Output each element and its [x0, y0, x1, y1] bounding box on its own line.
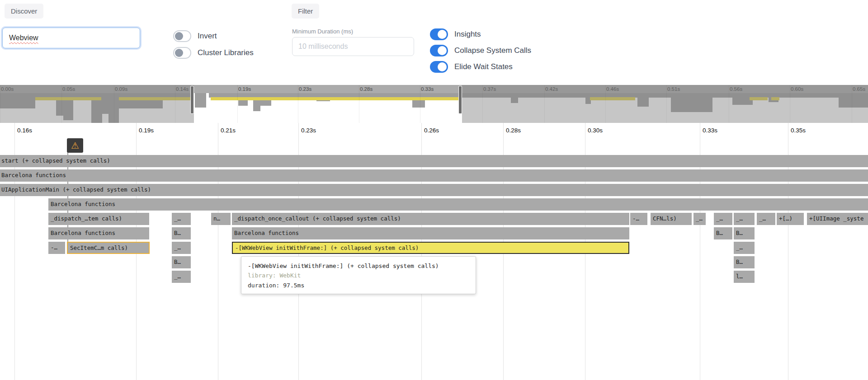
- collapse-system-calls-toggle[interactable]: [430, 45, 448, 56]
- flame-bar[interactable]: -…: [48, 242, 65, 254]
- axis-tick-label: 0.16s: [17, 127, 32, 134]
- axis-tick-label: 0.26s: [424, 127, 439, 134]
- axis-tick-label: 0.19s: [139, 127, 154, 134]
- flame-bar[interactable]: _…: [693, 213, 706, 225]
- minimap-gridline: [298, 85, 298, 123]
- flame-bar[interactable]: B…: [172, 256, 191, 268]
- cluster-libraries-toggle-label: Cluster Libraries: [198, 48, 254, 57]
- profiler-app: Discover Webview Invert Cluster Librarie…: [0, 0, 868, 380]
- minimap-highlight-stripe: [211, 97, 459, 100]
- cluster-libraries-toggle-row: Cluster Libraries: [173, 47, 254, 59]
- minimap-flame-block: [195, 93, 206, 108]
- flame-bar[interactable]: +[UIImage _syste: [807, 213, 868, 225]
- toggle-knob: [438, 62, 447, 71]
- tooltip-title: -[WKWebView initWithFrame:] (+ collapsed…: [248, 261, 469, 271]
- flame-bar-highlighted[interactable]: -[WKWebView initWithFrame:] (+ collapsed…: [232, 242, 629, 254]
- cluster-libraries-toggle[interactable]: [173, 47, 191, 59]
- minimap-gridline: [359, 85, 359, 123]
- flame-bar-selected[interactable]: SecItemC…m calls): [67, 242, 150, 254]
- toggle-knob: [175, 49, 183, 57]
- selection-handle-left[interactable]: [190, 86, 194, 114]
- minimap-tick-label: 0.23s: [299, 86, 311, 92]
- filter-chip-text: Filter: [298, 7, 313, 15]
- insights-toggle-row: Insights: [430, 28, 481, 40]
- warning-marker-icon[interactable]: ⚠: [67, 138, 83, 153]
- invert-toggle-label: Invert: [198, 32, 217, 41]
- flame-bar[interactable]: _…: [172, 213, 191, 225]
- flame-bar[interactable]: l…: [734, 271, 755, 283]
- discover-chip-text: Discover: [11, 7, 37, 15]
- flame-bar[interactable]: B…: [734, 256, 755, 268]
- minimap-unselected-overlay: [0, 85, 194, 123]
- min-duration-label: Minimum Duration (ms): [292, 28, 353, 35]
- flame-bar[interactable]: B…: [172, 227, 191, 239]
- insights-toggle-label: Insights: [454, 30, 481, 39]
- invert-toggle[interactable]: [173, 30, 191, 42]
- flame-bar[interactable]: n…: [211, 213, 231, 225]
- minimap-gridline: [420, 85, 420, 123]
- discover-section-label: Discover: [5, 4, 43, 19]
- flame-bar[interactable]: CFN…ls): [651, 213, 692, 225]
- flame-bar[interactable]: _…: [172, 242, 191, 254]
- toggle-knob: [438, 46, 447, 55]
- selection-handle-right[interactable]: [458, 86, 462, 114]
- minimap-tick-label: 0.19s: [238, 86, 251, 92]
- axis-tick-label: 0.23s: [301, 127, 316, 134]
- min-duration-input[interactable]: [292, 37, 414, 56]
- flame-bar[interactable]: UIApplicationMain (+ collapsed system ca…: [0, 184, 868, 196]
- minimap-tick-label: 0.28s: [360, 86, 373, 92]
- collapse-system-calls-toggle-label: Collapse System Calls: [454, 46, 531, 55]
- minimap-flame-block: [253, 93, 260, 111]
- minimap-tick-label: 0.33s: [421, 86, 434, 92]
- search-input[interactable]: Webview: [2, 28, 140, 48]
- flame-bar[interactable]: start (+ collapsed system calls): [0, 155, 868, 167]
- invert-toggle-row: Invert: [173, 30, 217, 42]
- warning-icon: ⚠: [71, 141, 79, 150]
- timeline-minimap[interactable]: 0.00s0.05s0.09s0.14s0.19s0.23s0.28s0.33s…: [0, 85, 868, 123]
- flame-bar[interactable]: _…: [734, 213, 755, 225]
- flame-bar[interactable]: Barcelona functions: [48, 198, 868, 211]
- axis-tick-label: 0.28s: [506, 127, 521, 134]
- axis-tick-label: 0.33s: [703, 127, 717, 134]
- flame-bar[interactable]: B…: [714, 227, 732, 239]
- axis-tick-label: 0.21s: [221, 127, 236, 134]
- flame-bar[interactable]: _…: [714, 213, 732, 225]
- flame-bar[interactable]: _dispatch_…tem calls): [48, 213, 149, 225]
- search-input-value: Webview: [9, 34, 38, 42]
- flame-bar[interactable]: _…: [757, 213, 775, 225]
- axis-tick-label: 0.30s: [588, 127, 603, 134]
- tooltip-library: library: WebKit: [248, 271, 469, 280]
- flame-bar[interactable]: Barcelona functions: [48, 227, 149, 239]
- frame-tooltip: -[WKWebView initWithFrame:] (+ collapsed…: [241, 256, 476, 294]
- flame-bar[interactable]: +[…): [777, 213, 804, 225]
- collapse-system-calls-toggle-row: Collapse System Calls: [430, 45, 531, 56]
- flame-bar[interactable]: _dispatch_once_callout (+ collapsed syst…: [232, 213, 629, 225]
- toggle-knob: [175, 32, 183, 40]
- flame-bar[interactable]: Barcelona functions: [0, 169, 868, 182]
- toggle-knob: [438, 30, 447, 39]
- flame-bar[interactable]: _…: [734, 242, 755, 254]
- axis-tick-label: 0.35s: [791, 127, 806, 134]
- flame-bar[interactable]: B…: [734, 227, 755, 239]
- flame-bar[interactable]: Barcelona functions: [232, 227, 629, 239]
- insights-toggle[interactable]: [430, 28, 448, 40]
- filter-section-label: Filter: [292, 4, 319, 19]
- elide-wait-states-toggle-row: Elide Wait States: [430, 61, 513, 73]
- flame-bar[interactable]: _…: [172, 271, 191, 283]
- elide-wait-states-toggle[interactable]: [430, 61, 448, 73]
- tooltip-duration: duration: 97.5ms: [248, 281, 469, 290]
- elide-wait-states-toggle-label: Elide Wait States: [454, 62, 513, 71]
- minimap-gridline: [237, 85, 238, 123]
- minimap-unselected-overlay: [462, 85, 868, 123]
- flame-bar[interactable]: -…: [630, 213, 647, 225]
